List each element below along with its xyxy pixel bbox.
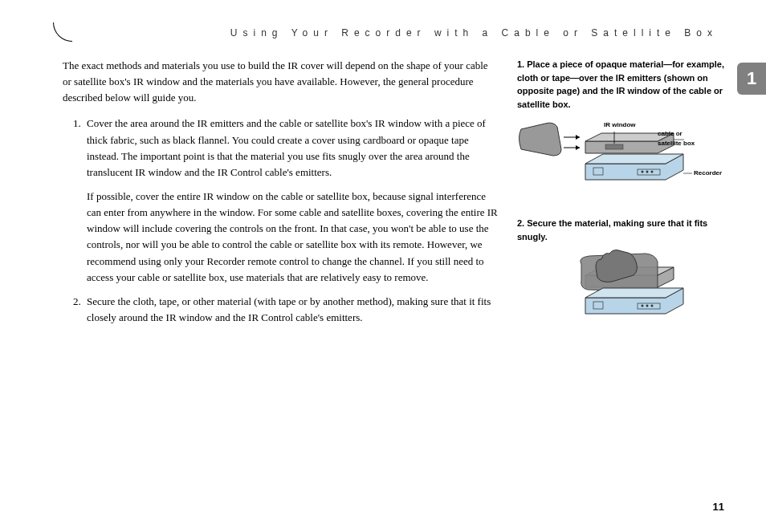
intro-paragraph: The exact methods and materials you use … [63,58,498,106]
page-header-container: Using Your Recorder with a Cable or Sate… [63,22,726,43]
svg-point-15 [642,305,644,307]
page-number: 11 [713,501,724,513]
svg-point-8 [642,171,644,173]
label-cable-box: cable or satellite box [658,129,706,148]
instruction-list: Cover the area around the IR emitters an… [63,116,498,326]
svg-point-9 [646,171,649,173]
sidebar-caption-2: 2. Secure the material, making sure that… [517,217,726,243]
instruction-step-2: Secure the cloth, tape, or other materia… [84,294,498,326]
chapter-tab: 1 [737,63,766,95]
content-area: The exact methods and materials you use … [63,58,726,334]
main-text-column: The exact methods and materials you use … [63,58,498,334]
svg-marker-3 [576,145,580,150]
sidebar-column: 1. Place a piece of opaque material—for … [517,58,726,334]
svg-rect-4 [605,144,623,149]
sidebar-caption-1: 1. Place a piece of opaque material—for … [517,58,726,111]
diagram-1: IR window cable or satellite box Recorde… [517,117,726,197]
svg-marker-1 [576,135,580,140]
page-header-title: Using Your Recorder with a Cable or Sate… [63,22,726,43]
svg-point-10 [651,171,654,173]
chapter-number: 1 [747,68,756,89]
diagram-2-svg [517,250,726,330]
step-1-sub: If possible, cover the entire IR window … [87,189,498,286]
label-recorder: Recorder [694,169,722,178]
step-1-text: Cover the area around the IR emitters an… [87,117,486,177]
step-2-text: Secure the cloth, tape, or other materia… [87,295,491,323]
svg-point-17 [651,305,654,307]
svg-point-16 [646,305,649,307]
diagram-2 [517,250,726,330]
instruction-step-1: Cover the area around the IR emitters an… [84,116,498,285]
label-ir-window: IR window [604,120,636,130]
